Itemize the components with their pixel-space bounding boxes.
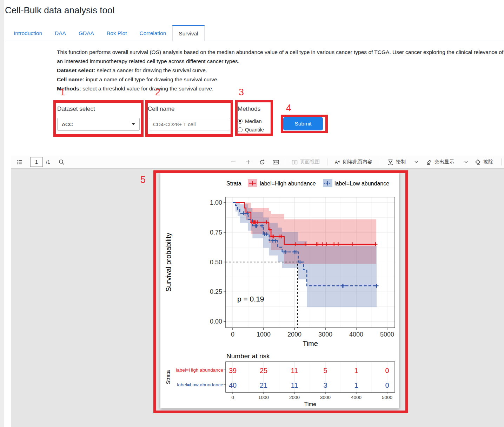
app-root: { "app": { "title": "Cell-Bulk data anal…	[0, 0, 504, 427]
page-total: /1	[46, 156, 50, 168]
svg-text:21: 21	[260, 381, 267, 389]
search-icon[interactable]	[58, 156, 65, 168]
cell-name-input[interactable]: CD4-CD28+ T cell	[149, 118, 230, 130]
svg-text:1: 1	[354, 381, 358, 389]
svg-text:p = 0.19: p = 0.19	[237, 295, 264, 303]
draw-button[interactable]: 绘制	[387, 156, 406, 168]
svg-text:label=Low abundance: label=Low abundance	[177, 382, 223, 387]
zoom-in-icon[interactable]	[245, 156, 251, 168]
methods-label: Methods	[238, 106, 260, 113]
svg-text:11: 11	[291, 381, 298, 389]
tab-box-plot[interactable]: Box Plot	[100, 25, 133, 41]
svg-text:1: 1	[354, 367, 358, 374]
svg-text:0: 0	[385, 381, 389, 389]
svg-text:1000: 1000	[257, 331, 271, 338]
highlight-chevron-icon[interactable]	[464, 156, 468, 168]
submit-button[interactable]: Submit	[283, 117, 323, 130]
rotate-icon[interactable]	[259, 156, 266, 168]
cell-name-label: Cell name	[148, 106, 175, 113]
radio-median-icon[interactable]	[238, 119, 243, 124]
dataset-select-label: Dataset select	[57, 106, 95, 113]
svg-text:0: 0	[385, 367, 389, 374]
svg-text:39: 39	[229, 367, 237, 374]
cell-name-value: CD4-CD28+ T cell	[153, 121, 196, 127]
toolbar-divider	[286, 158, 286, 165]
pdf-toolbar: /1	[11, 156, 504, 169]
highlight-button[interactable]: 突出显示	[426, 156, 454, 168]
tab-daa[interactable]: DAA	[48, 25, 72, 41]
svg-text:0: 0	[231, 331, 234, 338]
toolbar-divider	[380, 158, 380, 165]
tab-description: This function performs overall survival …	[57, 48, 504, 93]
svg-text:Time: Time	[304, 401, 316, 407]
intro-paragraph: This function performs overall survival …	[57, 48, 504, 66]
chevron-down-icon	[132, 123, 135, 125]
svg-text:0.50: 0.50	[210, 259, 222, 266]
svg-text:40: 40	[229, 381, 237, 389]
draw-chevron-icon[interactable]	[414, 156, 418, 168]
radio-quantile-icon[interactable]	[238, 127, 243, 132]
svg-text:0: 0	[231, 395, 234, 400]
dataset-select-value: ACC	[62, 121, 73, 127]
highlight-label: 突出显示	[435, 159, 454, 165]
tab-gdaa[interactable]: GDAA	[72, 25, 100, 41]
cell-name-definition: Cell name: input a name of cell type for…	[57, 75, 504, 84]
svg-text:Strata: Strata	[165, 370, 171, 384]
tab-survival[interactable]: Survival	[172, 25, 204, 41]
svg-text:5000: 5000	[382, 395, 392, 400]
tab-bar: Introduction DAA GDAA Box Plot Correlati…	[4, 25, 504, 41]
svg-text:2000: 2000	[287, 331, 301, 338]
dataset-select-dropdown[interactable]: ACC	[57, 118, 140, 131]
svg-text:1000: 1000	[258, 395, 269, 400]
zoom-out-icon[interactable]	[230, 156, 237, 168]
svg-text:Strata: Strata	[226, 181, 241, 187]
svg-text:4000: 4000	[351, 395, 362, 400]
methods-definition: Methods: select a threshold value for dr…	[57, 84, 504, 93]
svg-text:3000: 3000	[318, 331, 332, 338]
dataset-select-definition: Dataset select: select a cancer for draw…	[57, 66, 504, 75]
toolbar-divider	[501, 158, 502, 165]
radio-median-label: Median	[245, 118, 262, 124]
radio-quantile-label: Quantile	[245, 127, 264, 133]
survival-plot: Stratalabel=High abundancelabel=Low abun…	[160, 171, 399, 408]
svg-text:Survival probability: Survival probability	[165, 233, 172, 292]
svg-text:5: 5	[323, 367, 327, 374]
page-number-input[interactable]	[30, 157, 43, 167]
svg-text:5000: 5000	[380, 331, 394, 338]
tab-introduction[interactable]: Introduction	[7, 25, 48, 41]
svg-text:2000: 2000	[289, 395, 300, 400]
svg-text:3000: 3000	[320, 395, 331, 400]
svg-text:label=High abundance: label=High abundance	[176, 367, 223, 373]
page-title: Cell-Bulk data analysis tool	[5, 5, 114, 16]
svg-text:label=High abundance: label=High abundance	[260, 181, 316, 187]
read-aloud-label: 朗读此页内容	[343, 159, 372, 165]
fit-width-icon[interactable]	[272, 156, 279, 168]
svg-text:0.75: 0.75	[210, 229, 222, 236]
page-view-label: 页面视图	[300, 159, 320, 165]
svg-text:3: 3	[323, 381, 327, 389]
draw-label: 绘制	[396, 159, 406, 165]
toolbar-divider	[327, 158, 327, 165]
svg-text:label=Low abundance: label=Low abundance	[334, 181, 389, 187]
svg-text:4000: 4000	[349, 331, 363, 338]
radio-median[interactable]: Median	[238, 118, 262, 124]
toc-icon[interactable]	[16, 156, 23, 168]
svg-text:0.25: 0.25	[210, 288, 222, 295]
svg-text:Number at risk: Number at risk	[226, 352, 270, 360]
page-view-button: 页面视图	[291, 156, 320, 168]
svg-text:25: 25	[260, 367, 267, 374]
page-scroll-strip	[0, 0, 4, 427]
svg-text:A: A	[335, 160, 338, 165]
read-aloud-button[interactable]: A 朗读此页内容	[334, 156, 372, 168]
erase-label: 擦除	[483, 159, 493, 165]
svg-text:0.00: 0.00	[210, 318, 222, 325]
svg-text:1.00: 1.00	[210, 199, 222, 206]
svg-text:11: 11	[291, 367, 298, 374]
radio-quantile[interactable]: Quantile	[238, 127, 264, 133]
erase-button[interactable]: 擦除	[475, 156, 493, 168]
annotation-number-4: 4	[286, 103, 291, 114]
svg-text:Time: Time	[303, 340, 318, 347]
tab-correlation[interactable]: Correlation	[133, 25, 173, 41]
